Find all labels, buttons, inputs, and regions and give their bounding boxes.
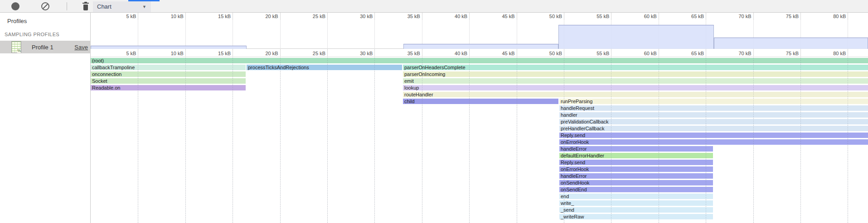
flame-frame[interactable]: handleError [559, 146, 713, 152]
ruler-tick-label: 5 kB [106, 14, 136, 19]
profile-name: Profile 1 [32, 44, 53, 51]
ruler-tick-label: 5 kB [106, 51, 136, 56]
flame-gridline-dotted [706, 57, 706, 223]
record-button[interactable] [11, 2, 19, 10]
ruler-tick-label: 30 kB [343, 51, 373, 56]
ruler-tick-label: 60 kB [627, 14, 657, 19]
ruler-tick-label: 30 kB [343, 14, 373, 19]
flame-frame[interactable]: Reply.send [559, 133, 868, 138]
ruler-tick-mark [374, 49, 375, 57]
flame-frame[interactable]: runPreParsing [559, 99, 868, 104]
ruler-tick-label: 45 kB [485, 14, 515, 19]
flame-frame[interactable]: onErrorHook [559, 166, 713, 172]
view-mode-select[interactable]: Chart ▼ [93, 1, 151, 12]
flame-frame[interactable]: defaultErrorHandler [559, 153, 713, 158]
flame-frame[interactable]: write_ [559, 200, 713, 206]
flame-gridline-dotted [659, 57, 659, 223]
flame-gridline-dotted [233, 57, 233, 223]
overview-gridline [138, 20, 138, 49]
ruler-tick-label: 10 kB [154, 51, 184, 56]
ruler-tick-mark [800, 49, 801, 57]
flame-frame[interactable]: onconnection [91, 71, 246, 77]
profile-document-icon: % [11, 41, 21, 53]
clear-all-icon[interactable] [41, 2, 49, 10]
flame-gridline-dotted [753, 57, 754, 223]
flame-frame[interactable]: _send [559, 207, 713, 213]
overview-gridline [327, 20, 328, 49]
save-profile-link[interactable]: Save [74, 44, 88, 51]
flame-frame[interactable]: Readable.on [91, 85, 246, 90]
active-tab-indicator [128, 0, 160, 1]
ruler-tick-label: 35 kB [390, 51, 420, 56]
ruler-tick-mark [659, 13, 659, 20]
ruler-tick-label: 80 kB [816, 51, 846, 56]
sidebar-item-profile-1[interactable]: % Profile 1 Save [0, 41, 91, 53]
view-mode-selected-label: Chart [97, 3, 112, 10]
flame-chart-canvas[interactable]: (root)callbackTrampolineprocessTicksAndR… [91, 57, 868, 223]
allocation-overview-timeline[interactable] [91, 20, 868, 49]
flame-frame[interactable]: emit [403, 78, 868, 84]
ruler-tick-label: 25 kB [296, 14, 325, 19]
flame-gridline-dotted [327, 57, 328, 223]
flame-frame[interactable]: onErrorHook [559, 139, 868, 145]
overview-allocation-step [714, 38, 868, 49]
ruler-tick-mark [848, 49, 848, 57]
flame-frame[interactable]: parserOnIncoming [403, 71, 868, 77]
ruler-tick-mark [280, 13, 281, 20]
delete-profile-button[interactable] [82, 2, 89, 11]
overview-gridline [280, 20, 281, 49]
overview-gridline [374, 20, 375, 49]
ruler-tick-label: 70 kB [722, 14, 752, 19]
flame-frame[interactable]: onSendHook [559, 180, 713, 185]
ruler-tick-label: 75 kB [769, 14, 799, 19]
ruler-tick-mark [517, 13, 517, 20]
flame-gridline-dotted [800, 57, 801, 223]
flame-frame[interactable]: end [559, 194, 713, 199]
flame-frame[interactable]: parserOnHeadersComplete [403, 65, 868, 70]
ruler-tick-mark [422, 13, 422, 20]
flame-frame[interactable]: _writeRaw [559, 214, 713, 219]
flame-frame[interactable]: Reply.send [559, 160, 713, 165]
flame-frame[interactable]: (root) [91, 58, 868, 63]
flame-frame[interactable]: child [403, 99, 558, 104]
ruler-tick-mark [706, 49, 706, 57]
flame-frame[interactable]: lookup [403, 85, 868, 90]
flame-frame[interactable]: processTicksAndRejections [247, 65, 402, 70]
profiler-toolbar: Chart ▼ [0, 0, 868, 13]
ruler-tick-mark [517, 49, 517, 57]
flame-frame[interactable]: handleError [559, 173, 713, 179]
toolbar-separator [67, 2, 67, 10]
flame-frame[interactable]: preValidationCallback [559, 119, 868, 124]
ruler-tick-label: 55 kB [579, 51, 609, 56]
overview-allocation-step [91, 46, 247, 49]
flame-gridline-dotted [280, 57, 281, 223]
overview-gridline [233, 20, 233, 49]
flame-frame[interactable]: handler [559, 112, 868, 118]
overview-allocation-step [558, 25, 714, 49]
ruler-tick-mark [185, 13, 186, 20]
flame-frame[interactable]: callbackTrampoline [91, 65, 246, 70]
overview-allocation-step [403, 44, 558, 49]
ruler-tick-mark [138, 13, 138, 20]
ruler-tick-label: 75 kB [769, 51, 799, 56]
ruler-tick-label: 25 kB [296, 51, 325, 56]
flame-frame[interactable]: preHandlerCallback [559, 126, 868, 131]
ruler-tick-label: 65 kB [674, 51, 704, 56]
ruler-tick-label: 60 kB [627, 51, 657, 56]
profiles-sidebar: Profiles SAMPLING PROFILES % Profile 1 S… [0, 13, 91, 223]
ruler-tick-label: 10 kB [154, 14, 184, 19]
ruler-tick-mark [185, 49, 186, 57]
flame-gridline-dotted [374, 57, 375, 223]
sampling-profiles-section-label: SAMPLING PROFILES [5, 32, 59, 37]
ruler-tick-mark [848, 13, 848, 20]
flame-frame[interactable]: onSendEnd [559, 187, 713, 192]
ruler-tick-label: 50 kB [532, 51, 562, 56]
sidebar-title: Profiles [7, 18, 27, 24]
ruler-tick-label: 50 kB [532, 14, 562, 19]
flame-frame[interactable]: handleRequest [559, 105, 868, 111]
flame-gridline-dotted [848, 57, 848, 223]
ruler-tick-label: 15 kB [201, 51, 231, 56]
ruler-tick-mark [469, 13, 470, 20]
flame-frame[interactable]: Socket [91, 78, 246, 84]
flame-frame[interactable]: routeHandler [403, 92, 868, 97]
